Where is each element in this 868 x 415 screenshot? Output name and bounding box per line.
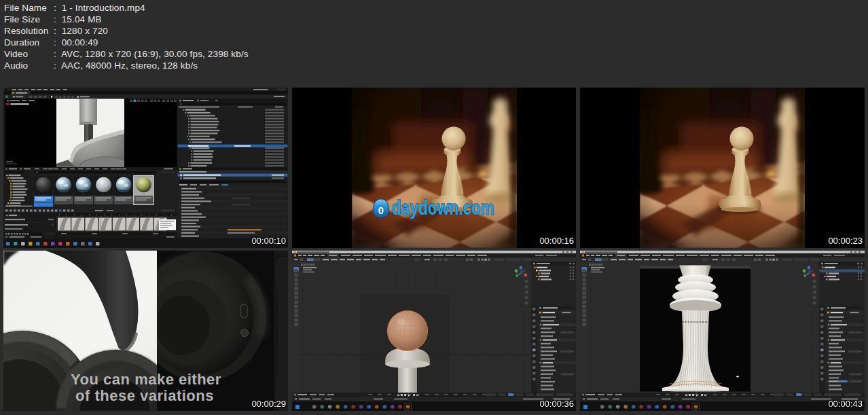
svg-text:of these variations: of these variations [75, 387, 214, 404]
svg-text:You can make either: You can make either [71, 371, 221, 388]
svg-text:0: 0 [378, 204, 384, 216]
svg-text:daydown.com: daydown.com [392, 197, 494, 219]
